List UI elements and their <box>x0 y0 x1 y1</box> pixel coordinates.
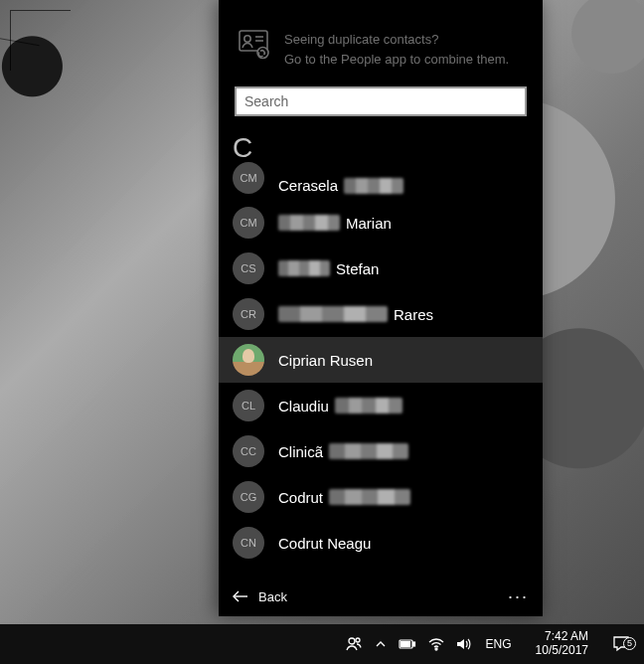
contact-row[interactable]: CGCodrut <box>219 474 543 520</box>
contact-list[interactable]: C CMCeraselaCMMarianCSStefanCRRaresCipri… <box>219 126 543 577</box>
clock-date: 10/5/2017 <box>536 644 588 658</box>
svg-point-7 <box>356 638 360 642</box>
svg-point-6 <box>349 638 355 644</box>
svg-rect-10 <box>401 642 409 647</box>
svg-rect-9 <box>412 642 414 646</box>
avatar-initials: CC <box>233 435 264 467</box>
redacted-text <box>278 215 340 231</box>
contact-row[interactable]: CMCerasela <box>219 168 543 200</box>
contact-row[interactable]: Ciprian Rusen <box>219 337 543 383</box>
avatar-initials: CM <box>233 207 264 239</box>
people-taskbar-icon[interactable] <box>345 635 363 653</box>
clock-time: 7:42 AM <box>536 630 588 644</box>
contact-name: Rares <box>278 306 433 323</box>
contact-row[interactable]: CMMarian <box>219 200 543 246</box>
notice-line-2: Go to the People app to combine them. <box>284 50 509 70</box>
my-people-panel: Seeing duplicate contacts? Go to the Peo… <box>219 0 543 616</box>
avatar-initials: CR <box>233 298 264 330</box>
avatar-initials: CL <box>233 390 264 421</box>
search-input[interactable] <box>235 86 527 116</box>
contact-row[interactable]: CCClinicã <box>219 428 543 474</box>
contact-row[interactable]: CSStefan <box>219 246 543 291</box>
contact-row[interactable]: CRRares <box>219 291 543 337</box>
avatar-initials: CS <box>233 252 264 284</box>
avatar-initials: CN <box>233 527 264 559</box>
contact-name: Codrut <box>278 489 410 506</box>
avatar-initials: CM <box>233 162 264 194</box>
arrow-left-icon <box>233 589 248 603</box>
contact-row[interactable]: CNCodrut Neagu <box>219 520 543 566</box>
redacted-text <box>329 443 408 459</box>
notice-line-1: Seeing duplicate contacts? <box>284 30 509 50</box>
contact-card-icon <box>239 30 272 60</box>
duplicate-contacts-notice: Seeing duplicate contacts? Go to the Peo… <box>219 0 543 83</box>
wifi-icon[interactable] <box>428 637 444 651</box>
panel-bottom-bar: Back ··· <box>219 577 543 616</box>
taskbar: ENG 7:42 AM 10/5/2017 5 <box>0 624 644 664</box>
notification-count: 5 <box>623 637 636 650</box>
contact-name: Ciprian Rusen <box>278 352 373 369</box>
svg-point-1 <box>244 36 250 42</box>
contact-name: Stefan <box>278 260 379 277</box>
back-button[interactable]: Back <box>233 589 287 604</box>
taskbar-clock[interactable]: 7:42 AM 10/5/2017 <box>528 630 596 658</box>
redacted-text <box>278 306 388 322</box>
redacted-text <box>329 489 410 505</box>
svg-point-11 <box>435 648 437 650</box>
action-center-button[interactable]: 5 <box>602 635 640 653</box>
system-tray: ENG <box>337 635 522 653</box>
avatar-initials: CG <box>233 481 264 513</box>
volume-icon[interactable] <box>456 637 472 651</box>
section-header[interactable]: C <box>219 126 543 168</box>
tray-chevron-up-icon[interactable] <box>375 638 387 650</box>
contact-row[interactable]: CLClaudiu <box>219 383 543 428</box>
avatar-photo <box>233 344 264 376</box>
more-button[interactable]: ··· <box>508 586 529 607</box>
contact-name: Clinicã <box>278 443 408 460</box>
back-label: Back <box>258 589 287 604</box>
battery-icon[interactable] <box>399 638 416 650</box>
svg-marker-12 <box>457 639 464 649</box>
contact-name: Marian <box>278 215 392 232</box>
language-indicator[interactable]: ENG <box>484 637 514 651</box>
redacted-text <box>278 260 330 276</box>
redacted-text <box>344 178 403 194</box>
contact-name: Codrut Neagu <box>278 535 371 552</box>
contact-name: Claudiu <box>278 398 402 415</box>
contact-name: Cerasela <box>278 177 403 194</box>
redacted-text <box>335 398 402 414</box>
